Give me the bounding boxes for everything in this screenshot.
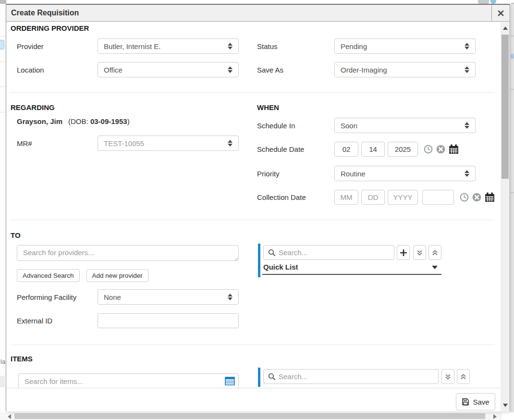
vertical-scrollbar-thumb[interactable] xyxy=(502,35,509,179)
collection-date-day-input[interactable] xyxy=(361,190,385,205)
collection-date-calendar-button[interactable] xyxy=(485,192,495,202)
collection-date-year-input[interactable] xyxy=(388,190,418,205)
calendar-icon xyxy=(485,192,495,202)
schedule-date-calendar-button[interactable] xyxy=(449,144,459,154)
background-fragment xyxy=(0,0,6,4)
section-divider xyxy=(11,345,495,345)
double-chevron-down-icon xyxy=(416,249,423,256)
schedule-date-year-input[interactable] xyxy=(388,142,418,157)
schedule-date-month-input[interactable] xyxy=(334,142,358,157)
collapse-all-button[interactable] xyxy=(428,245,441,260)
calendar-icon xyxy=(449,144,459,154)
save-as-select[interactable]: Order-Imaging xyxy=(334,62,476,77)
patient-dob-value: 03-09-1953 xyxy=(90,117,127,125)
expand-all-items-button[interactable] xyxy=(441,369,454,384)
mr-number-label: MR# xyxy=(17,139,98,148)
section-heading-ordering-provider: ORDERING PROVIDER xyxy=(11,24,89,32)
status-select[interactable]: Pending xyxy=(334,38,476,54)
background-fragment xyxy=(511,54,514,59)
scroll-right-arrow-icon[interactable] xyxy=(493,414,497,419)
background-fragment xyxy=(0,40,4,49)
collection-date-clear-button[interactable] xyxy=(472,193,481,202)
select-arrows-icon xyxy=(465,170,469,177)
select-arrows-icon xyxy=(465,66,469,73)
add-new-provider-button[interactable]: Add new provider xyxy=(86,269,148,282)
provider-search-textarea[interactable] xyxy=(17,245,239,261)
select-arrows-icon xyxy=(465,122,469,129)
dialog-body: ORDERING PROVIDER Provider Butler, Inter… xyxy=(6,22,501,411)
item-search-input[interactable] xyxy=(18,373,239,389)
quick-panel-accent-bar xyxy=(258,368,260,387)
scroll-up-arrow-icon[interactable] xyxy=(503,26,508,30)
section-divider xyxy=(11,220,495,220)
provider-label: Provider xyxy=(17,42,98,50)
search-icon xyxy=(268,249,276,257)
section-heading-regarding: REGARDING xyxy=(11,103,55,111)
x-circle-icon xyxy=(436,145,445,154)
schedule-date-clear-button[interactable] xyxy=(436,145,445,154)
double-chevron-up-icon xyxy=(460,373,466,380)
select-arrows-icon xyxy=(228,294,233,300)
save-as-label: Save As xyxy=(257,66,334,74)
save-as-select-value: Order-Imaging xyxy=(341,66,465,74)
dialog-header: Create Requisition xyxy=(6,5,510,22)
section-heading-items: ITEMS xyxy=(11,355,33,363)
provider-select[interactable]: Butler, Internist E. xyxy=(98,38,239,54)
schedule-date-time-button[interactable] xyxy=(424,145,433,154)
section-divider xyxy=(11,92,495,93)
caret-down-icon xyxy=(432,266,438,269)
collection-date-month-input[interactable] xyxy=(334,190,358,205)
scroll-down-arrow-icon[interactable] xyxy=(503,404,508,407)
provider-quick-search-input[interactable] xyxy=(279,248,390,257)
status-select-value: Pending xyxy=(341,42,465,50)
quick-list-header[interactable]: Quick List xyxy=(262,263,441,275)
collection-date-label: Collection Date xyxy=(257,193,334,201)
item-quick-search-input[interactable] xyxy=(279,372,434,381)
performing-facility-select[interactable]: None xyxy=(98,289,239,305)
background-fragment xyxy=(490,0,496,4)
clock-icon xyxy=(460,193,469,202)
double-chevron-down-icon xyxy=(445,373,451,380)
scroll-left-arrow-icon[interactable] xyxy=(8,414,11,419)
background-fragment xyxy=(0,376,5,387)
location-select-value: Office xyxy=(104,66,228,74)
background-right-strip xyxy=(511,4,514,412)
provider-quick-search[interactable] xyxy=(263,245,394,260)
collection-date-time-input[interactable] xyxy=(422,190,454,205)
external-id-label: External ID xyxy=(17,317,98,325)
search-icon xyxy=(268,373,276,381)
priority-select[interactable]: Routine xyxy=(334,166,476,181)
schedule-date-label: Schedule Date xyxy=(257,145,334,153)
patient-dob: (DOB: 03-09-1953) xyxy=(68,117,130,125)
background-left-strip: la xyxy=(0,4,6,412)
external-id-input[interactable] xyxy=(98,313,239,328)
select-arrows-icon xyxy=(465,43,469,49)
x-circle-icon xyxy=(472,193,481,202)
patient-name: Grayson, Jim xyxy=(17,117,62,125)
horizontal-scrollbar-thumb[interactable] xyxy=(14,413,485,419)
add-provider-list-button[interactable] xyxy=(397,245,410,260)
schedule-in-select-value: Soon xyxy=(341,122,465,130)
item-list-icon xyxy=(225,377,235,385)
dialog-footer: Save xyxy=(6,388,501,411)
save-button[interactable]: Save xyxy=(456,393,495,410)
item-quick-search[interactable] xyxy=(263,369,439,384)
location-select[interactable]: Office xyxy=(98,62,239,77)
save-button-label: Save xyxy=(473,398,489,406)
expand-all-button[interactable] xyxy=(413,245,426,260)
provider-select-value: Butler, Internist E. xyxy=(104,42,228,50)
dialog-vertical-scrollbar[interactable] xyxy=(501,22,510,411)
mr-number-select[interactable]: TEST-10055 xyxy=(98,136,239,151)
collapse-all-items-button[interactable] xyxy=(457,369,470,384)
close-button[interactable] xyxy=(491,5,510,21)
priority-select-value: Routine xyxy=(341,170,465,178)
page-horizontal-scrollbar[interactable] xyxy=(0,412,502,420)
schedule-date-day-input[interactable] xyxy=(361,142,385,157)
advanced-search-button[interactable]: Advanced Search xyxy=(17,269,80,282)
browse-items-button[interactable] xyxy=(225,377,235,385)
background-fragment xyxy=(478,0,489,4)
location-label: Location xyxy=(17,66,98,74)
clock-icon xyxy=(424,145,433,154)
collection-date-time-button[interactable] xyxy=(460,193,469,202)
schedule-in-select[interactable]: Soon xyxy=(334,118,476,133)
